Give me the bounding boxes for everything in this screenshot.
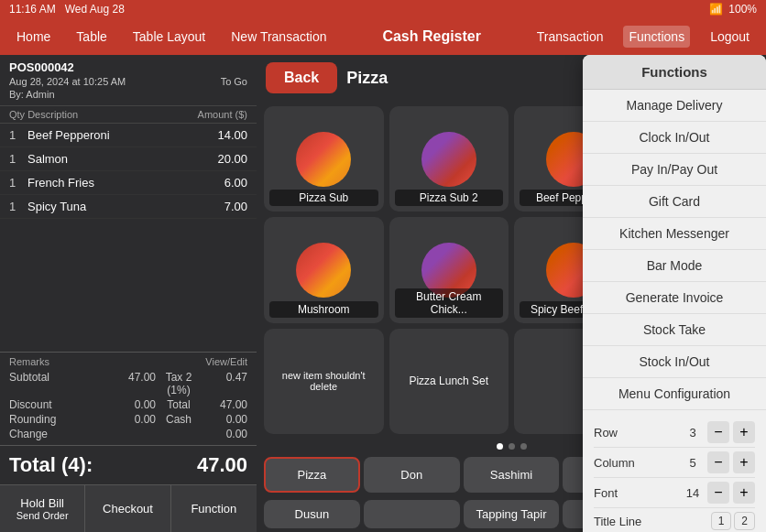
item-desc: French Fries (27, 176, 224, 190)
discount-label: Discount (9, 398, 110, 411)
hold-bill-button[interactable]: Hold Bill Send Order (0, 485, 85, 532)
menu-item-new-item[interactable]: new item shouldn't delete (264, 329, 384, 434)
rounding-row: Rounding 0.00 Cash 0.00 (9, 412, 247, 427)
menu-item-label: Pizza Sub (269, 190, 378, 206)
change-row: Change 0.00 (9, 427, 247, 441)
dropdown-gift-card[interactable]: Gift Card (583, 186, 766, 218)
font-value: 14 (682, 486, 704, 500)
menu-item-pizza-lunch[interactable]: Pizza Lunch Set (389, 329, 509, 434)
nav-new-transaction[interactable]: New Transaction (225, 26, 332, 48)
order-remarks: Remarks View/Edit Subtotal 47.00 Tax 2 (… (0, 352, 257, 445)
dot-3 (520, 443, 527, 450)
font-label: Font (594, 486, 678, 500)
item-qty: 1 (9, 128, 27, 142)
tax-label: Tax 2 (1%) (156, 371, 202, 396)
order-item-3[interactable]: 1 French Fries 6.00 (0, 171, 257, 195)
title-line-label: Title Line (594, 515, 707, 528)
col-amount: Amount ($) (198, 109, 247, 120)
order-actions: Hold Bill Send Order Checkout Function (0, 484, 257, 532)
dropdown-stock-in-out[interactable]: Stock In/Out (583, 346, 766, 378)
column-increment[interactable]: + (733, 451, 755, 473)
config-row-row: Row 3 − + (594, 418, 755, 448)
change-value: 0.00 (202, 428, 247, 440)
status-date: Wed Aug 28 (65, 3, 125, 16)
subtotal-value: 47.00 (110, 371, 156, 396)
title-line-1[interactable]: 1 (711, 512, 732, 530)
dropdown-title: Functions (583, 55, 766, 90)
checkout-button[interactable]: Checkout (85, 485, 170, 532)
nav-logout[interactable]: Logout (705, 26, 755, 48)
discount-row: Discount 0.00 Total 47.00 (9, 397, 247, 412)
wifi-icon: 📶 (709, 3, 723, 16)
title-line-2[interactable]: 2 (734, 512, 755, 530)
category-sashimi[interactable]: Sashimi (464, 457, 560, 493)
rounding-label: Rounding (9, 413, 110, 426)
discount-value: 0.00 (110, 398, 156, 411)
col-qty-desc: Qty Description (9, 109, 78, 120)
battery-status: 100% (728, 3, 757, 16)
order-header: POS000042 Aug 28, 2024 at 10:25 AM To Go… (0, 55, 257, 106)
dropdown-kitchen-messenger[interactable]: Kitchen Messenger (583, 218, 766, 250)
menu-item-mushroom[interactable]: Mushroom (264, 217, 384, 322)
top-nav: Home Table Table Layout New Transaction … (0, 18, 766, 55)
category-pizza[interactable]: Pizza (264, 457, 360, 493)
dropdown-manage-delivery[interactable]: Manage Delivery (583, 90, 766, 122)
nav-functions[interactable]: Functions (623, 26, 690, 48)
order-item-2[interactable]: 1 Salmon 20.00 (0, 147, 257, 171)
subtotal-row: Subtotal 47.00 Tax 2 (1%) 0.47 (9, 370, 247, 397)
change-label: Change (9, 428, 202, 440)
row-decrement[interactable]: − (707, 421, 729, 443)
total-label: Total (156, 398, 202, 411)
column-decrement[interactable]: − (707, 451, 729, 473)
config-row-font: Font 14 − + (594, 478, 755, 508)
remarks-label: Remarks (9, 356, 49, 367)
function-button[interactable]: Function (171, 485, 257, 532)
item-qty: 1 (9, 152, 27, 166)
sub-category-dusun[interactable]: Dusun (264, 500, 360, 528)
menu-item-butter-cream[interactable]: Butter Cream Chick... (389, 217, 509, 322)
nav-table-layout[interactable]: Table Layout (127, 26, 211, 48)
item-amount: 7.00 (224, 200, 247, 213)
cash-value: 0.00 (202, 413, 247, 426)
status-time: 11:16 AM (9, 3, 56, 16)
dot-1 (497, 443, 503, 450)
menu-section-title: Pizza (346, 69, 388, 88)
order-item-4[interactable]: 1 Spicy Tuna 7.00 (0, 195, 257, 219)
cash-label: Cash (156, 413, 202, 426)
dropdown-bar-mode[interactable]: Bar Mode (583, 250, 766, 282)
dropdown-clock-in-out[interactable]: Clock In/Out (583, 122, 766, 154)
order-panel: POS000042 Aug 28, 2024 at 10:25 AM To Go… (0, 55, 257, 532)
order-item-1[interactable]: 1 Beef Pepperoni 14.00 (0, 124, 257, 147)
sub-category-tapping[interactable]: Tapping Tapir (464, 500, 560, 528)
menu-item-pizza-sub[interactable]: Pizza Sub (264, 106, 384, 212)
row-increment[interactable]: + (733, 421, 755, 443)
row-value: 3 (682, 426, 704, 440)
view-edit-label[interactable]: View/Edit (205, 356, 247, 367)
font-increment[interactable]: + (733, 482, 755, 504)
sub-category-empty[interactable] (364, 500, 460, 528)
nav-home[interactable]: Home (11, 26, 56, 48)
dropdown-stock-take[interactable]: Stock Take (583, 314, 766, 346)
order-type: To Go (221, 76, 247, 87)
dropdown-pay-in-out[interactable]: Pay In/Pay Out (583, 154, 766, 186)
order-by: By: Admin (9, 89, 55, 100)
item-desc: Salmon (27, 152, 217, 166)
item-desc: Spicy Tuna (27, 200, 224, 213)
dropdown-menu-config[interactable]: Menu Configuration (583, 378, 766, 410)
dropdown-generate-invoice[interactable]: Generate Invoice (583, 282, 766, 314)
order-total: Total (4): 47.00 (0, 445, 257, 484)
nav-transaction[interactable]: Transaction (531, 26, 609, 48)
font-decrement[interactable]: − (707, 482, 729, 504)
back-button[interactable]: Back (266, 62, 337, 93)
status-bar: 11:16 AM Wed Aug 28 📶 100% (0, 0, 766, 18)
menu-item-pizza-sub-2[interactable]: Pizza Sub 2 (389, 106, 509, 212)
category-don[interactable]: Don (364, 457, 460, 493)
order-items: 1 Beef Pepperoni 14.00 1 Salmon 20.00 1 … (0, 124, 257, 352)
item-qty: 1 (9, 200, 27, 213)
menu-item-label: Butter Cream Chick... (395, 288, 504, 318)
nav-table[interactable]: Table (71, 26, 112, 48)
item-desc: Beef Pepperoni (27, 128, 217, 142)
item-amount: 6.00 (224, 176, 247, 190)
tax-value: 0.47 (202, 371, 247, 396)
rounding-value: 0.00 (110, 413, 156, 426)
